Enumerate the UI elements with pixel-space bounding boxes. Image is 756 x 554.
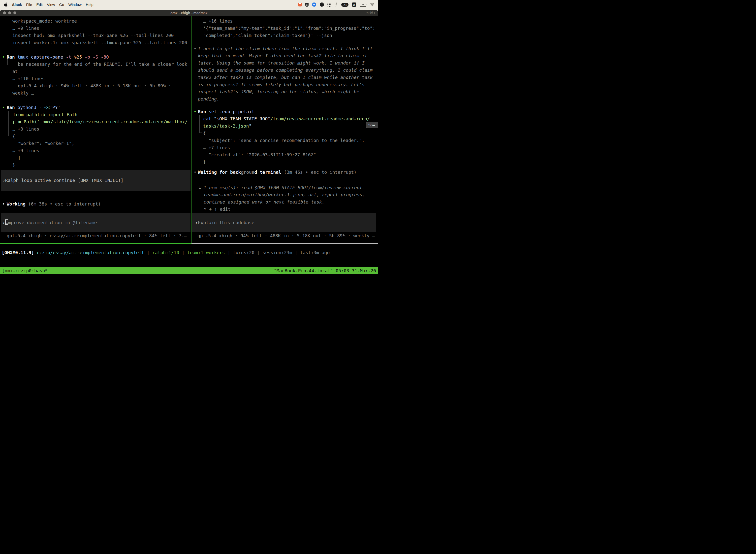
moon-circle-icon[interactable] <box>320 2 324 7</box>
ran-tmux-command: Ran tmux capture-pane -t %25 -p -S -80 <box>7 53 109 61</box>
title-bar[interactable]: omx --xhigh --madmax ⌥⌘1 <box>0 10 378 16</box>
terminal-line: … +110 lines <box>12 75 45 82</box>
terminal-line: "completed","claim_token":"claim-token"}… <box>203 32 332 39</box>
working-status: Working (6m 38s • esc to interrupt) <box>7 200 101 208</box>
code-line: from pathlib import Path <box>13 111 77 118</box>
battery-icon[interactable] <box>360 3 366 7</box>
ran-bullet: • <box>2 104 5 111</box>
terminal-window: omx --xhigh --madmax ⌥⌘1 workspace_mode:… <box>0 10 378 277</box>
ran-python-command: Ran python3 - <<'PY' <box>7 104 61 111</box>
terminal-line: } <box>203 158 206 166</box>
window-shortcut-badge: ⌥⌘1 <box>366 11 376 15</box>
thought-bullet: • <box>194 45 196 52</box>
tmux-host-clock: "MacBook-Pro-44.local" 05:03 31-Mar-26 <box>274 267 376 274</box>
right-pane-border <box>191 243 378 244</box>
terminal-line: inspect_worker-1: omx sparkshell --tmux-… <box>12 39 187 46</box>
terminal-line: ] <box>18 154 20 161</box>
menu-file[interactable]: File <box>26 2 32 7</box>
terminal-line: } <box>12 161 15 169</box>
terminal-line: be necessary for the end of the README. … <box>18 61 187 68</box>
thought-line: is in progress? It seems likely but perh… <box>198 81 365 88</box>
message-line: continue assigned work or next feasible … <box>204 198 325 206</box>
ran-bullet: • <box>2 53 5 61</box>
left-pane-border <box>0 243 191 244</box>
shield-grid-icon[interactable] <box>305 3 309 7</box>
message-line: 1 new msg(s): read $OMX_TEAM_STATE_ROOT/… <box>204 184 365 191</box>
terminal-line: "created_at": "2026-03-31T11:59:27.816Z" <box>208 151 316 158</box>
session-status-left: gpt-5.4 xhigh · essay/ai-reimplementatio… <box>7 232 187 239</box>
ralph-loop-banner[interactable]: › Ralph loop active continue [OMX_TMUX_I… <box>1 170 190 190</box>
close-button[interactable] <box>3 11 6 14</box>
output-connector <box>199 115 202 133</box>
terminal-line: … +3 lines <box>12 125 39 132</box>
thought-line: I need to get the claim token from the c… <box>198 45 373 52</box>
apple-menu-icon[interactable] <box>4 2 7 7</box>
wifi-icon[interactable] <box>370 3 375 6</box>
terminal-line: gpt-5.4 xhigh · 94% left · 488K in · 5.1… <box>18 82 171 89</box>
output-connector <box>7 59 10 65</box>
menu-view[interactable]: View <box>47 2 55 7</box>
zoom-button[interactable] <box>13 11 16 14</box>
terminal-line: at <box>12 68 18 75</box>
tmux-session-label: [omx-cczip0:bash* <box>2 267 48 274</box>
ran-bullet: • <box>194 108 196 115</box>
screen-tooltip: Scre <box>366 122 378 128</box>
menu-app-name[interactable]: Slack <box>12 2 22 7</box>
terminal-content: workspace_mode: worktree … +9 lines insp… <box>0 16 378 277</box>
menu-help[interactable]: Help <box>86 2 93 7</box>
minimize-button[interactable] <box>8 11 11 14</box>
thought-line: pending. <box>198 95 219 103</box>
thought-line: inspect task2's JSON, focusing on the st… <box>198 88 359 95</box>
badge-61-icon[interactable]: ..61 <box>341 3 349 7</box>
terminal-line: "worker": "worker-1", <box>18 140 74 147</box>
screenshot-app-icon[interactable] <box>298 3 302 6</box>
terminal-line: "subject": "send a concise recommendatio… <box>208 137 365 144</box>
text-cursor: I <box>5 219 8 225</box>
edit-hint: ⌥ + ↑ edit <box>204 206 231 213</box>
message-arrow: ↳ <box>198 184 201 191</box>
working-bullet: • <box>2 200 5 208</box>
terminal-line: inspect_hud: omx sparkshell --tmux-pane … <box>12 32 174 39</box>
bolt-badge-icon[interactable] <box>312 2 316 7</box>
squiggle-icon[interactable] <box>335 2 338 7</box>
terminal-line: { <box>12 132 15 140</box>
input-source-icon[interactable]: A <box>352 2 356 7</box>
thought-line: later. Using the same for transition mig… <box>198 59 365 66</box>
ran-set-command: Ran set -euo pipefail <box>198 108 254 115</box>
waiting-bullet: • <box>194 169 196 176</box>
waiting-status: Waiting for background terminal (3m 46s … <box>198 169 357 176</box>
menu-edit[interactable]: Edit <box>36 2 43 7</box>
thought-line: keep that in mind. Maybe I also need the… <box>198 52 367 59</box>
status-icons: ..61 A <box>298 2 378 7</box>
menu-go[interactable]: Go <box>59 2 64 7</box>
terminal-line: … +16 lines <box>203 17 233 24</box>
terminal-line: weekly … <box>12 89 34 97</box>
thought-line: should send a message before completing … <box>198 66 373 74</box>
terminal-line: … +9 lines <box>12 24 39 32</box>
dots-grid-icon[interactable] <box>327 2 332 7</box>
prompt-input-right[interactable]: › Explain this codebase <box>192 213 376 232</box>
thought-line: task2 after task1 is complete, but can I… <box>198 74 373 81</box>
terminal-line: workspace_mode: worktree <box>12 17 77 24</box>
terminal-line: … +7 lines <box>203 144 230 151</box>
output-connector <box>8 111 11 136</box>
traffic-lights <box>3 11 16 14</box>
tmux-status-bar[interactable]: [omx-cczip0:bash*"MacBook-Pro-44.local" … <box>0 267 378 274</box>
message-line: readme-and-reco/mailbox/worker-1.json, a… <box>204 191 365 198</box>
cat-command: cat "$OMX_TEAM_STATE_ROOT/team/review-cu… <box>203 115 370 122</box>
omx-status-bar: [OMX#0.11.9] cczip/essay/ai-reimplementa… <box>2 249 330 256</box>
menu-window[interactable]: Window <box>68 2 82 7</box>
terminal-line: … +9 lines <box>12 147 39 154</box>
terminal-line: '{"team_name":"my-team","task_id":"1","f… <box>203 24 375 32</box>
code-line: p = Path('.omx/state/team/review-current… <box>13 118 188 125</box>
window-title: omx --xhigh --madmax <box>170 11 207 15</box>
session-status-right: gpt-5.4 xhigh · 94% left · 488K in · 5.1… <box>197 232 375 239</box>
pane-divider[interactable] <box>191 16 191 244</box>
terminal-line: { <box>203 129 206 137</box>
cat-command-cont: tasks/task-2.json" <box>203 122 252 129</box>
prompt-input-left[interactable]: › Improve documentation in @filename <box>1 213 190 232</box>
menu-bar: Slack File Edit View Go Window Help ..61… <box>0 0 378 9</box>
